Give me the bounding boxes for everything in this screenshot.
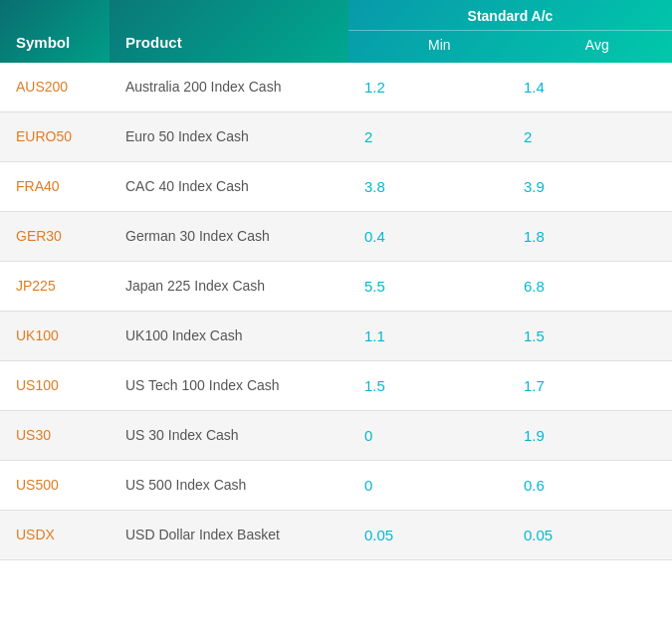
symbol-cell: US100 — [0, 361, 110, 411]
min-value: 0.05 — [348, 511, 508, 560]
min-value: 1.5 — [348, 361, 508, 411]
product-cell: USD Dollar Index Basket — [110, 511, 348, 560]
avg-value: 1.5 — [508, 312, 672, 361]
avg-value: 1.7 — [508, 361, 672, 411]
avg-value: 6.8 — [508, 262, 672, 312]
table-row: UK100 UK100 Index Cash 1.1 1.5 — [0, 312, 672, 361]
symbol-header: Symbol — [16, 34, 70, 51]
min-subheader: Min — [428, 37, 451, 53]
table-row: JP225 Japan 225 Index Cash 5.5 6.8 — [0, 262, 672, 312]
min-value: 5.5 — [348, 262, 508, 312]
symbol-cell: JP225 — [0, 262, 110, 312]
min-value: 3.8 — [348, 162, 508, 212]
min-value: 0 — [348, 461, 508, 511]
spreads-table: Symbol Product Standard A/c Min — [0, 0, 672, 560]
product-cell: German 30 Index Cash — [110, 212, 348, 262]
symbol-cell: USDX — [0, 511, 110, 560]
symbol-cell: US30 — [0, 411, 110, 461]
min-value: 1.2 — [348, 63, 508, 112]
avg-value: 0.6 — [508, 461, 672, 511]
avg-value: 0.05 — [508, 511, 672, 560]
symbol-cell: GER30 — [0, 212, 110, 262]
product-cell: US 500 Index Cash — [110, 461, 348, 511]
table-row: US100 US Tech 100 Index Cash 1.5 1.7 — [0, 361, 672, 411]
symbol-cell: EURO50 — [0, 112, 110, 162]
min-value: 0 — [348, 411, 508, 461]
product-cell: US 30 Index Cash — [110, 411, 348, 461]
header-row: Symbol Product Standard A/c Min — [0, 0, 672, 63]
min-value: 1.1 — [348, 312, 508, 361]
product-cell: CAC 40 Index Cash — [110, 162, 348, 212]
avg-value: 3.9 — [508, 162, 672, 212]
table-row: AUS200 Australia 200 Index Cash 1.2 1.4 — [0, 63, 672, 112]
avg-subheader: Avg — [585, 37, 609, 53]
symbol-cell: FRA40 — [0, 162, 110, 212]
avg-value: 1.4 — [508, 63, 672, 112]
min-value: 2 — [348, 112, 508, 162]
avg-value: 1.9 — [508, 411, 672, 461]
product-cell: US Tech 100 Index Cash — [110, 361, 348, 411]
table-row: GER30 German 30 Index Cash 0.4 1.8 — [0, 212, 672, 262]
avg-value: 1.8 — [508, 212, 672, 262]
product-cell: Japan 225 Index Cash — [110, 262, 348, 312]
product-cell: UK100 Index Cash — [110, 312, 348, 361]
symbol-cell: US500 — [0, 461, 110, 511]
table-row: US500 US 500 Index Cash 0 0.6 — [0, 461, 672, 511]
standard-ac-label: Standard A/c — [468, 8, 554, 24]
product-cell: Australia 200 Index Cash — [110, 63, 348, 112]
product-header: Product — [125, 34, 182, 51]
symbol-cell: AUS200 — [0, 63, 110, 112]
min-value: 0.4 — [348, 212, 508, 262]
table-row: FRA40 CAC 40 Index Cash 3.8 3.9 — [0, 162, 672, 212]
avg-value: 2 — [508, 112, 672, 162]
table-row: EURO50 Euro 50 Index Cash 2 2 — [0, 112, 672, 162]
table-row: US30 US 30 Index Cash 0 1.9 — [0, 411, 672, 461]
product-cell: Euro 50 Index Cash — [110, 112, 348, 162]
table-row: USDX USD Dollar Index Basket 0.05 0.05 — [0, 511, 672, 560]
symbol-cell: UK100 — [0, 312, 110, 361]
